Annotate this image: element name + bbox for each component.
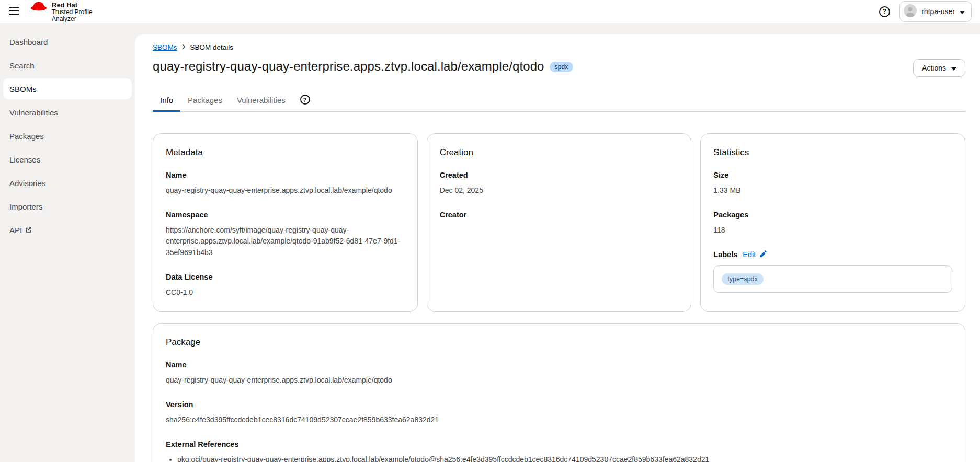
labels-head: Labels Edit [713,250,952,259]
breadcrumb: SBOMs SBOM details [153,43,965,51]
metadata-card-title: Metadata [166,147,405,158]
data-license-label: Data License [166,273,405,281]
brand-text: Red Hat Trusted Profile Analyzer [52,1,93,22]
packages-value: 118 [713,225,952,236]
package-card-title: Package [166,337,952,348]
chevron-down-icon [960,7,965,16]
sidebar-item-advisories[interactable]: Advisories [0,171,135,195]
brand-line-1: Red Hat [52,2,93,9]
metadata-name-field: Name quay-registry-quay-quay-enterprise.… [166,171,405,197]
name-label: Name [166,171,405,179]
package-version-label: Version [166,400,952,409]
hamburger-menu-button[interactable] [6,4,22,19]
app-root: Red Hat Trusted Profile Analyzer ? rht [0,0,980,462]
created-field: Created Dec 02, 2025 [440,171,679,197]
user-menu-button[interactable]: rhtpa-user [899,1,972,22]
creation-card: Creation Created Dec 02, 2025 Creator [427,133,692,312]
package-name-label: Name [166,361,952,369]
sidebar-item-importers[interactable]: Importers [0,195,135,218]
package-version-field: Version sha256:e4fe3d395ffccdcdeb1cec831… [166,400,952,426]
package-name-field: Name quay-registry-quay-quay-enterprise.… [166,361,952,386]
edit-labels-label: Edit [743,250,756,259]
creator-label: Creator [440,211,679,219]
sidebar-item-search[interactable]: Search [0,54,135,77]
labels-label: Labels [713,250,737,259]
tab-packages[interactable]: Packages [180,91,230,112]
tabs-bar: Info Packages Vulnerabilities ? [153,91,965,112]
sidebar-item-api[interactable]: API [0,218,135,242]
sidebar-item-packages[interactable]: Packages [0,124,135,148]
breadcrumb-current: SBOM details [190,43,234,51]
redhat-fedora-icon [30,1,47,15]
sidebar-item-licenses[interactable]: Licenses [0,148,135,171]
statistics-card-title: Statistics [713,147,952,158]
sidebar-item-vulnerabilities[interactable]: Vulnerabilities [0,101,135,124]
hamburger-icon [9,7,19,16]
name-value: quay-registry-quay-quay-enterprise.apps.… [166,185,405,197]
package-name-value: quay-registry-quay-quay-enterprise.apps.… [166,375,952,386]
user-name: rhtpa-user [921,7,955,16]
size-field: Size 1.33 MB [713,171,952,197]
masthead-right: ? rhtpa-user [879,1,972,22]
tab-info[interactable]: Info [153,91,180,112]
creator-field: Creator [440,211,679,219]
redhat-logo[interactable]: Red Hat Trusted Profile Analyzer [30,1,93,22]
metadata-license-field: Data License CC0-1.0 [166,273,405,298]
label-chip: type=spdx [722,273,763,285]
size-value: 1.33 MB [713,185,952,197]
tab-vulnerabilities[interactable]: Vulnerabilities [230,91,293,112]
package-version-value: sha256:e4fe3d395ffccdcdeb1cec8316dc74109… [166,414,952,426]
avatar-icon [904,4,917,19]
namespace-label: Namespace [166,211,405,219]
external-references-label: External References [166,440,952,448]
actions-button[interactable]: Actions [913,59,965,77]
question-circle-icon: ? [879,6,890,17]
packages-label: Packages [713,211,952,219]
pencil-icon [759,250,767,259]
caret-down-icon [951,64,956,72]
edit-labels-link[interactable]: Edit [743,250,767,259]
masthead-left: Red Hat Trusted Profile Analyzer [6,1,93,22]
data-license-value: CC0-1.0 [166,287,405,298]
external-references-list: pkg:oci/quay-registry-quay-quay-enterpri… [177,454,952,462]
sidebar: Dashboard Search SBOMs Vulnerabilities P… [0,23,135,462]
masthead: Red Hat Trusted Profile Analyzer ? rht [0,0,980,23]
question-circle-icon: ? [300,95,310,105]
statistics-card: Statistics Size 1.33 MB Packages 118 Lab… [700,133,965,312]
chevron-right-icon [182,43,186,51]
created-value: Dec 02, 2025 [440,185,679,197]
packages-field: Packages 118 [713,211,952,236]
metadata-card: Metadata Name quay-registry-quay-quay-en… [153,133,418,312]
labels-box: type=spdx [713,265,952,293]
sidebar-item-dashboard[interactable]: Dashboard [0,30,135,54]
sidebar-item-api-label: API [9,226,22,235]
actions-button-label: Actions [922,64,946,72]
external-reference-item: pkg:oci/quay-registry-quay-quay-enterpri… [177,454,952,462]
labels-field: Labels Edit type=spdx [713,250,952,293]
external-link-icon [25,226,32,235]
info-cards-row: Metadata Name quay-registry-quay-quay-en… [153,133,965,312]
page-title: quay-registry-quay-quay-enterprise.apps.… [153,59,573,74]
breadcrumb-link-sboms[interactable]: SBOMs [153,43,177,51]
size-label: Size [713,171,952,179]
title-row: quay-registry-quay-quay-enterprise.apps.… [153,59,965,77]
creation-card-title: Creation [440,147,679,158]
brand-line-3: Analyzer [52,16,93,22]
metadata-namespace-field: Namespace https://anchore.com/syft/image… [166,211,405,259]
page-title-text: quay-registry-quay-quay-enterprise.apps.… [153,59,544,73]
main-panel: SBOMs SBOM details quay-registry-quay-qu… [135,34,980,462]
external-references-field: External References pkg:oci/quay-registr… [166,440,952,462]
tabs-help-button[interactable]: ? [300,95,310,105]
package-card: Package Name quay-registry-quay-quay-ent… [153,323,965,462]
help-button[interactable]: ? [879,6,890,17]
shell: Dashboard Search SBOMs Vulnerabilities P… [0,23,980,462]
created-label: Created [440,171,679,179]
namespace-value: https://anchore.com/syft/image/quay-regi… [166,225,405,259]
sidebar-item-sboms[interactable]: SBOMs [3,78,132,99]
spdx-badge: spdx [550,62,574,72]
